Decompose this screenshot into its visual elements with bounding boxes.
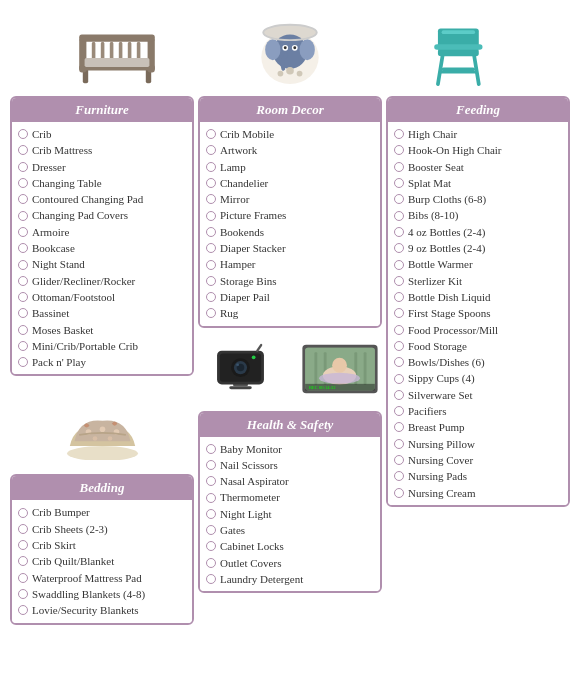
highchair-image (413, 18, 513, 88)
checkbox-circle[interactable] (206, 227, 216, 237)
list-item: Nursing Pads (394, 468, 562, 484)
checkbox-circle[interactable] (206, 211, 216, 221)
furniture-header: Furniture (12, 98, 192, 122)
checkbox-circle[interactable] (206, 260, 216, 270)
list-item: Breast Pump (394, 419, 562, 435)
checkbox-circle[interactable] (18, 129, 28, 139)
svg-rect-43 (229, 386, 252, 389)
checkbox-circle[interactable] (18, 243, 28, 253)
checkbox-circle[interactable] (18, 260, 28, 270)
checkbox-circle[interactable] (394, 341, 404, 351)
checkbox-circle[interactable] (206, 162, 216, 172)
checkbox-circle[interactable] (18, 325, 28, 335)
checkbox-circle[interactable] (394, 439, 404, 449)
checkbox-circle[interactable] (18, 178, 28, 188)
checkbox-circle[interactable] (394, 374, 404, 384)
checkbox-circle[interactable] (206, 541, 216, 551)
room-decor-section: Room Decor Crib MobileArtworkLampChandel… (198, 96, 382, 328)
svg-point-36 (99, 427, 105, 433)
checkbox-circle[interactable] (206, 493, 216, 503)
item-label: Bookends (220, 225, 264, 239)
checkbox-circle[interactable] (394, 357, 404, 367)
checkbox-circle[interactable] (206, 178, 216, 188)
list-item: Cabinet Locks (206, 538, 374, 554)
svg-point-41 (112, 422, 116, 426)
checkbox-circle[interactable] (394, 211, 404, 221)
checkbox-circle[interactable] (18, 341, 28, 351)
item-label: Glider/Recliner/Rocker (32, 274, 135, 288)
checkbox-circle[interactable] (394, 455, 404, 465)
checkbox-circle[interactable] (206, 276, 216, 286)
list-item: Sterlizer Kit (394, 273, 562, 289)
checkbox-circle[interactable] (394, 178, 404, 188)
list-item: Food Storage (394, 338, 562, 354)
checkbox-circle[interactable] (394, 243, 404, 253)
list-item: Dresser (18, 159, 186, 175)
crib-image (67, 18, 167, 88)
list-item: Baby Monitor (206, 441, 374, 457)
checkbox-circle[interactable] (394, 276, 404, 286)
feeding-items: High ChairHook-On High ChairBooster Seat… (388, 122, 568, 505)
item-label: 9 oz Bottles (2-4) (408, 241, 485, 255)
checkbox-circle[interactable] (206, 525, 216, 535)
item-label: Swaddling Blankets (4-8) (32, 587, 145, 601)
checkbox-circle[interactable] (394, 406, 404, 416)
checkbox-circle[interactable] (206, 476, 216, 486)
list-item: Diaper Stacker (206, 240, 374, 256)
list-item: Laundry Detergent (206, 571, 374, 587)
checkbox-circle[interactable] (18, 227, 28, 237)
checkbox-circle[interactable] (206, 243, 216, 253)
checkbox-circle[interactable] (18, 194, 28, 204)
checkbox-circle[interactable] (394, 162, 404, 172)
checkbox-circle[interactable] (394, 129, 404, 139)
checkbox-circle[interactable] (18, 589, 28, 599)
checkbox-circle[interactable] (394, 471, 404, 481)
item-label: Storage Bins (220, 274, 277, 288)
svg-point-61 (319, 373, 360, 384)
item-label: Baby Monitor (220, 442, 282, 456)
checkbox-circle[interactable] (18, 292, 28, 302)
checkbox-circle[interactable] (206, 444, 216, 454)
checkbox-circle[interactable] (394, 145, 404, 155)
checkbox-circle[interactable] (394, 390, 404, 400)
checkbox-circle[interactable] (206, 194, 216, 204)
checkbox-circle[interactable] (394, 194, 404, 204)
svg-rect-55 (314, 352, 317, 385)
item-label: Night Light (220, 507, 272, 521)
top-images-row (10, 10, 570, 92)
checkbox-circle[interactable] (394, 260, 404, 270)
checkbox-circle[interactable] (394, 488, 404, 498)
checkbox-circle[interactable] (394, 325, 404, 335)
list-item: Bookends (206, 224, 374, 240)
list-item: Sippy Cups (4) (394, 370, 562, 386)
checkbox-circle[interactable] (18, 605, 28, 615)
checkbox-circle[interactable] (206, 292, 216, 302)
item-label: Crib (32, 127, 52, 141)
checkbox-circle[interactable] (18, 276, 28, 286)
checkbox-circle[interactable] (18, 308, 28, 318)
checkbox-circle[interactable] (394, 308, 404, 318)
checkbox-circle[interactable] (206, 145, 216, 155)
checkbox-circle[interactable] (206, 308, 216, 318)
item-label: Outlet Covers (220, 556, 281, 570)
checkbox-circle[interactable] (394, 292, 404, 302)
checkbox-circle[interactable] (394, 422, 404, 432)
list-item: Burp Cloths (6-8) (394, 191, 562, 207)
checkbox-circle[interactable] (206, 460, 216, 470)
list-item: Nursing Cream (394, 485, 562, 501)
checkbox-circle[interactable] (206, 129, 216, 139)
checkbox-circle[interactable] (18, 211, 28, 221)
checkbox-circle[interactable] (394, 227, 404, 237)
checkbox-circle[interactable] (206, 558, 216, 568)
checkbox-circle[interactable] (206, 574, 216, 584)
checkbox-circle[interactable] (18, 556, 28, 566)
checkbox-circle[interactable] (18, 357, 28, 367)
checkbox-circle[interactable] (18, 508, 28, 518)
checkbox-circle[interactable] (18, 524, 28, 534)
checkbox-circle[interactable] (206, 509, 216, 519)
checkbox-circle[interactable] (18, 540, 28, 550)
checklist-page: Furniture CribCrib MattressDresserChangi… (10, 10, 570, 625)
checkbox-circle[interactable] (18, 145, 28, 155)
checkbox-circle[interactable] (18, 162, 28, 172)
checkbox-circle[interactable] (18, 573, 28, 583)
